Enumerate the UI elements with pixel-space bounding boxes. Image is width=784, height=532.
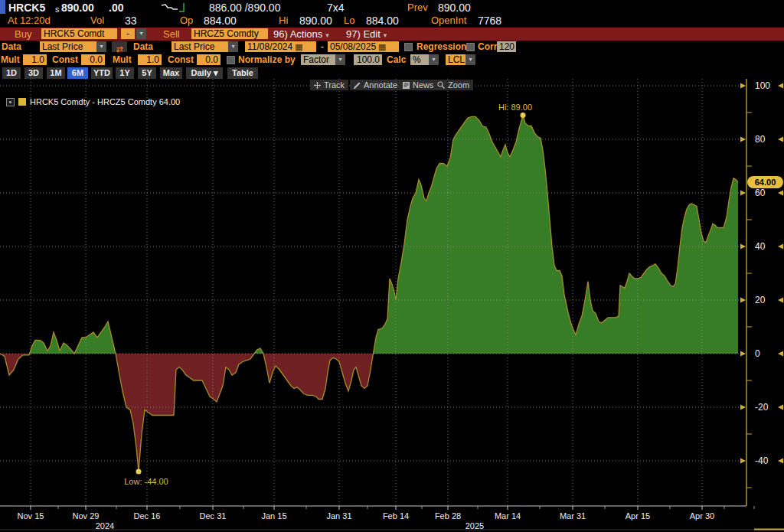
frequency-dropdown[interactable]: Daily ▾ <box>186 67 223 79</box>
data2-label: Data <box>133 41 153 53</box>
vol-value: 33 <box>125 14 137 28</box>
tab-1m[interactable]: 1M <box>47 67 65 79</box>
x-tick-label: Feb 14 <box>383 511 409 521</box>
normalize-checkbox[interactable] <box>227 56 235 64</box>
calc-label: Calc <box>387 54 406 66</box>
date-to-field[interactable]: 05/08/2025 <box>328 41 399 52</box>
at-time: At 12:20d <box>8 15 51 27</box>
x-tick-label: Dec 31 <box>200 511 227 521</box>
date-to-value: 05/08/2025 <box>330 41 376 52</box>
x-tick-label: Mar 31 <box>560 511 586 521</box>
lcl-dropdown[interactable] <box>466 54 475 65</box>
x-tick-label: Jan 31 <box>326 511 351 521</box>
actions-menu[interactable]: 96) Actions <box>273 28 329 41</box>
y-tick-label: 20 <box>755 295 766 305</box>
x-tick-label: Dec 16 <box>134 511 161 521</box>
sell-ticker-field[interactable]: HRCZ5 Comdty <box>191 28 268 39</box>
const2-label: Const <box>168 54 194 66</box>
normalize-dropdown[interactable] <box>335 54 345 65</box>
data2-select[interactable]: Last Price <box>172 41 228 52</box>
lcl-select[interactable]: LCL <box>446 54 466 65</box>
buy-label: Buy <box>15 28 31 41</box>
y-axis: 100806040200-20-40 <box>740 79 783 506</box>
bid-ask: 886.00 /890.00 <box>209 1 280 15</box>
x-tick-label: Apr 15 <box>626 511 650 521</box>
ticker: HRCK5 <box>8 1 45 15</box>
tab-1d[interactable]: 1D <box>2 67 21 79</box>
calc-dropdown[interactable] <box>429 54 439 65</box>
open-label: Op <box>180 15 193 27</box>
normalize-amount-field[interactable]: 100.0 <box>354 54 382 65</box>
calc-select[interactable]: % <box>410 54 429 65</box>
x-tick-label: Apr 30 <box>690 511 714 521</box>
annotate-button[interactable]: Annotate <box>350 80 401 90</box>
prev-label: Prev <box>407 2 428 14</box>
table-button[interactable]: Table <box>227 67 258 79</box>
y-tick-label: 100 <box>755 80 770 91</box>
last-price-badge: 64.00 <box>747 176 783 188</box>
open-value: 884.00 <box>204 14 237 28</box>
high-label: Hi <box>279 15 288 27</box>
tab-max[interactable]: Max <box>160 67 182 79</box>
news-label: News <box>413 80 434 90</box>
annotate-icon <box>354 82 361 89</box>
y-tick-label: 60 <box>755 188 766 198</box>
swap-icon[interactable] <box>112 41 127 52</box>
spread-operator-field[interactable]: - <box>121 28 135 39</box>
year-label: 2025 <box>466 521 484 530</box>
const2-field[interactable]: 0.0 <box>197 54 220 65</box>
annotate-label: Annotate <box>364 80 397 90</box>
mult1-field[interactable]: 1.0 <box>23 54 47 65</box>
data1-label: Data <box>2 41 21 53</box>
data1-select[interactable]: Last Price <box>40 41 96 52</box>
track-icon <box>314 82 321 89</box>
news-icon <box>403 82 410 89</box>
news-button[interactable]: News <box>399 80 438 90</box>
low-label: Lo <box>344 15 354 27</box>
hi-annotation: Hi: 89.00 <box>498 103 532 112</box>
date-from-field[interactable]: 11/08/2024 <box>245 41 316 52</box>
data2-dropdown[interactable] <box>228 41 238 52</box>
openint-value: 7768 <box>478 14 501 28</box>
y-tick-label: -20 <box>755 402 769 413</box>
tab-1y[interactable]: 1Y <box>116 67 134 79</box>
tab-ytd[interactable]: YTD <box>91 67 113 79</box>
edit-menu[interactable]: 97) Edit <box>346 28 387 41</box>
prev-value: 890.00 <box>438 1 471 15</box>
year-label: 2024 <box>96 521 114 530</box>
zoom-label: Zoom <box>448 80 469 90</box>
zoom-button[interactable]: Zoom <box>433 80 473 90</box>
normalize-select[interactable]: Factor <box>301 54 335 65</box>
const1-label: Const <box>52 54 78 66</box>
x-tick-label: Nov 15 <box>18 511 44 521</box>
const1-field[interactable]: 0.0 <box>81 54 105 65</box>
mult2-label: Mult <box>113 54 132 66</box>
mult2-field[interactable]: 1.0 <box>138 54 162 65</box>
mult1-label: Mult <box>1 54 20 66</box>
zoom-icon <box>437 81 445 89</box>
spread-operator-dropdown[interactable] <box>136 28 146 39</box>
track-label: Track <box>324 80 345 90</box>
regression-checkbox[interactable] <box>404 43 413 51</box>
legend-toggle-icon[interactable] <box>6 98 15 106</box>
corr-window-field[interactable]: 120 <box>497 41 516 52</box>
sell-label: Sell <box>163 28 180 41</box>
corr-checkbox[interactable] <box>466 43 475 51</box>
series-label: HRCK5 Comdty - HRCZ5 Comdty 64.00 <box>30 96 180 107</box>
series-swatch-icon <box>18 98 26 106</box>
last-prefix: s <box>55 4 60 15</box>
track-button[interactable]: Track <box>310 80 348 90</box>
last-price: 890.00 <box>61 1 94 15</box>
tab-3d[interactable]: 3D <box>24 67 43 79</box>
y-tick-label: -40 <box>755 455 769 466</box>
normalize-label: Normalize by <box>238 54 296 66</box>
vol-label: Vol <box>90 15 104 27</box>
x-tick-label: Feb 28 <box>435 511 461 521</box>
buy-ticker-field[interactable]: HRCK5 Comdt <box>41 28 117 39</box>
tab-5y[interactable]: 5Y <box>138 67 156 79</box>
series-legend: HRCK5 Comdty - HRCZ5 Comdty 64.00 <box>6 96 180 107</box>
high-value: 890.00 <box>299 14 332 28</box>
tab-6m[interactable]: 6M <box>67 67 88 79</box>
trade-bar <box>0 28 784 41</box>
data1-dropdown[interactable] <box>96 41 106 52</box>
